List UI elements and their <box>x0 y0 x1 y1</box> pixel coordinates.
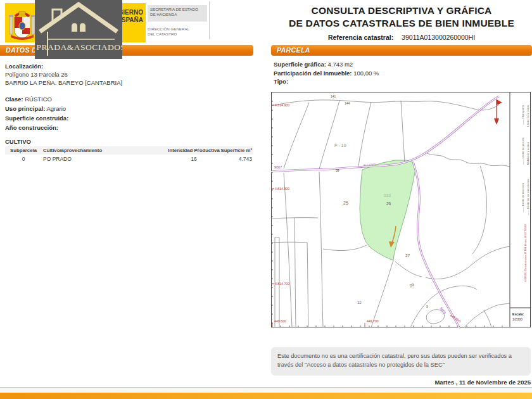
disclaimer-box: Este documento no es una certificación c… <box>271 347 531 376</box>
spain-coat-of-arms-icon <box>8 6 36 40</box>
coord-bottom-1: 449.600 <box>274 319 286 323</box>
legend-limite-construcciones: —— Límite de construcciones <box>526 179 529 215</box>
clase-row: Clase: RÚSTICO <box>5 96 253 103</box>
cell-intensidad: 16 <box>167 155 220 163</box>
col-cultivo: Cultivo/aprovechamiento <box>42 146 167 155</box>
direccion-line1: DIRECCIÓN GENERAL <box>148 27 207 32</box>
coord-left-2: 4.814.800 <box>275 187 289 191</box>
referencia-label: Referencia catastral: <box>328 34 393 41</box>
legend-limite-manzana: —— Límite de manzana <box>521 182 524 212</box>
secretaria-estado-box: SECRETARIA DE ESTADO DE HACIENDA <box>148 5 207 22</box>
legend-limite-parcela: —— Límite de parcela <box>521 137 524 165</box>
parcel-label-144: 144 <box>345 101 350 105</box>
col-superficie: Superficie m² <box>220 146 253 155</box>
tipo-row: Tipo: <box>274 77 527 86</box>
cultivo-header-row: Subparcela Cultivo/aprovechamiento Inten… <box>5 146 253 155</box>
legend-hidrografia: —— Hidrografía <box>521 104 524 125</box>
cultivo-data-row: 0 PO PRADO 16 4.743 <box>5 155 253 163</box>
secretaria-line1: SECRETARIA DE ESTADO <box>150 7 205 12</box>
legend-zona-verde: Límite zona verde <box>526 104 529 127</box>
col-intensidad: Intensidad Productiva <box>167 146 220 155</box>
cultivo-title: CULTIVO <box>5 138 253 145</box>
direccion-line2: DEL CATASTRO <box>148 32 207 37</box>
col-subparcela: Subparcela <box>5 146 42 155</box>
uso-value: Agrario <box>46 105 66 112</box>
superficie-grafica-row: Superficie gráfica: 4.743 m2 <box>274 60 527 69</box>
localizacion-label: Localización: <box>5 63 253 70</box>
cell-cultivo: PO PRADO <box>42 155 167 163</box>
participacion-row: Participación del inmueble: 100,00 % <box>274 69 527 78</box>
clase-label: Clase: <box>5 96 23 103</box>
watermark-text: PRADA&ASOCIADOS <box>36 42 122 52</box>
direccion-general-label: DIRECCIÓN GENERAL DEL CATASTRO <box>148 27 207 36</box>
localizacion-line2: BARRIO LA PEÑA. BAREYO [CANTABRIA] <box>5 79 253 86</box>
legend-crs-note: 449.800 Coordenadas U.T.M. Huso 30 ETRS8… <box>524 224 527 282</box>
title-line2: DE DATOS CATASTRALES DE BIEN INMUEBLE <box>271 17 532 30</box>
uso-row: Uso principal: Agrario <box>5 105 253 112</box>
anio-construccion-row: Año construcción: <box>5 124 253 131</box>
document-title: CONSULTA DESCRIPTIVA Y GRÁFICA DE DATOS … <box>271 4 532 41</box>
secretaria-line2: DE HACIENDA <box>150 12 205 17</box>
parcela-facts: Superficie gráfica: 4.743 m2 Participaci… <box>274 60 527 86</box>
title-line1: CONSULTA DESCRIPTIVA Y GRÁFICA <box>271 4 532 17</box>
prada-asociados-watermark: PRADA&ASOCIADOS <box>35 0 122 59</box>
uso-label: Uso principal: <box>5 105 45 112</box>
cadastral-map: 4.814.900 4.814.800 4.814.700 449.600 44… <box>271 92 531 327</box>
parcel-label-25: 25 <box>343 201 348 205</box>
superficie-construida-label: Superficie construida: <box>5 115 68 122</box>
document-date: Martes , 11 de Noviembre de 2025 <box>271 379 531 386</box>
cell-subparcela: 0 <box>5 155 42 163</box>
cell-superficie: 4.743 <box>220 155 253 163</box>
participacion-value: 100,00 % <box>353 70 379 77</box>
parcela-section-title: PARCELA <box>277 46 310 54</box>
coord-left-1: 4.814.900 <box>275 103 289 107</box>
superficie-grafica-label: Superficie gráfica: <box>274 61 326 68</box>
cadastral-document-page: GOBIERNO DE ESPAÑA SECRETARIA DE ESTADO … <box>0 0 532 399</box>
parcel-label-32: 32 <box>357 301 362 305</box>
anio-construccion-label: Año construcción: <box>5 124 58 131</box>
coord-left-3: 4.814.700 <box>275 282 289 286</box>
referencia-value: 39011A013000260000HI <box>402 34 475 41</box>
section-header-parcela: PARCELA <box>271 45 532 56</box>
road-label-39: 39 <box>336 168 339 172</box>
superficie-grafica-value: 4.743 m2 <box>328 61 353 68</box>
parcel-label-9: 9 <box>426 305 428 308</box>
participacion-label: Participación del inmueble: <box>274 70 352 77</box>
footer-orange-bar <box>0 393 532 399</box>
polygon-label: P - 10 <box>334 143 346 148</box>
cultivo-table: Subparcela Cultivo/aprovechamiento Inten… <box>5 146 253 163</box>
parcel-label-141: 141 <box>331 94 336 98</box>
scale-value: 1/2000 <box>512 317 522 321</box>
coord-bottom-2: 449.700 <box>367 319 379 323</box>
localizacion-line1: Polígono 13 Parcela 26 <box>5 71 253 78</box>
superficie-construida-row: Superficie construida: <box>5 115 253 122</box>
legend-mobiliario: Mobiliario y aceras <box>526 142 529 165</box>
parcel-label-26: 26 <box>386 201 391 206</box>
clase-value: RÚSTICO <box>25 96 52 103</box>
datos-section-title: DATOS D <box>6 46 37 54</box>
house-logo-icon: PRADA&ASOCIADOS <box>35 0 122 59</box>
scale-label: Escala: <box>512 312 524 316</box>
tipo-label: Tipo: <box>274 78 288 85</box>
subparcel-label-013: 013 <box>384 193 391 198</box>
referencia-catastral: Referencia catastral: 39011A013000260000… <box>271 34 532 41</box>
road-label-9007: 9007 <box>274 165 282 169</box>
disclaimer-text: Este documento no es una certificación c… <box>277 353 512 368</box>
parcel-label-27: 27 <box>405 253 410 258</box>
header-divider <box>209 1 210 39</box>
